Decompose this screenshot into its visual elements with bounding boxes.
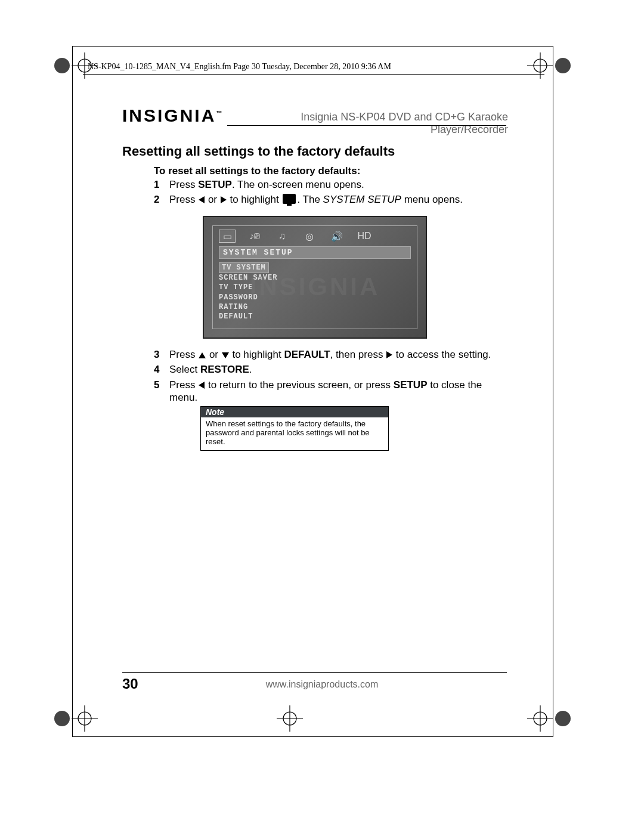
header-rule: [83, 74, 544, 75]
osd-item: PASSWORD: [219, 293, 411, 302]
osd-inner: ▭ ♪⎚ ♫ ◎ 🔊 HD SYSTEM SETUP INSIGNIA TV S…: [212, 225, 417, 329]
crop-mark-bottom-center: [272, 701, 308, 736]
step-number: 5: [154, 379, 169, 404]
header-underline: [227, 125, 506, 126]
left-arrow-icon: [199, 382, 205, 389]
crop-mark-bottom-right: [524, 701, 571, 736]
screen-icon: [283, 194, 296, 204]
osd-tab-audio-icon: 🔊: [329, 230, 345, 243]
brand-text: INSIGNIA: [122, 106, 216, 125]
header-file-info: NS-KP04_10-1285_MAN_V4_English.fm Page 3…: [88, 62, 391, 72]
steps-group-2: 3 Press or to highlight DEFAULT, then pr…: [154, 348, 509, 406]
down-arrow-icon: [222, 352, 229, 358]
footer-rule: [122, 672, 507, 673]
crop-mark-top-right: [524, 48, 571, 83]
step-number: 2: [154, 193, 169, 206]
procedure-heading: To reset all settings to the factory def…: [154, 165, 360, 177]
svg-point-0: [54, 58, 70, 73]
svg-point-8: [54, 711, 70, 726]
note-label: Note: [201, 407, 388, 417]
right-arrow-icon: [386, 351, 392, 358]
step-4: 4 Select RESTORE.: [154, 363, 509, 376]
step-text: Press to return to the previous screen, …: [169, 379, 509, 404]
osd-tab-music-icon: ♫: [274, 230, 290, 243]
osd-menu-list: TV SYSTEM SCREEN SAVER TV TYPE PASSWORD …: [219, 262, 411, 321]
osd-item: TV TYPE: [219, 283, 411, 292]
note-body: When reset settings to the factory defau…: [201, 417, 388, 450]
crop-mark-bottom-left: [54, 701, 101, 736]
step-number: 1: [154, 178, 169, 191]
steps-group-1: 1 Press SETUP. The on-screen menu opens.…: [154, 178, 509, 209]
product-name: Insignia NS-KP04 DVD and CD+G Karaoke Pl…: [228, 111, 508, 136]
footer-url: www.insigniaproducts.com: [0, 679, 644, 690]
osd-tab-speaker-icon: ♪⎚: [246, 230, 263, 243]
step-text: Press or to highlight . The SYSTEM SETUP…: [169, 193, 509, 206]
svg-point-15: [555, 711, 571, 726]
osd-item: RATING: [219, 302, 411, 312]
trademark-symbol: ™: [216, 110, 222, 116]
section-heading: Resetting all settings to the factory de…: [122, 144, 395, 159]
osd-tab-disc-icon: ◎: [301, 230, 318, 243]
osd-screenshot: ▭ ♪⎚ ♫ ◎ 🔊 HD SYSTEM SETUP INSIGNIA TV S…: [203, 216, 427, 339]
step-number: 3: [154, 348, 169, 361]
right-arrow-icon: [221, 196, 227, 203]
step-2: 2 Press or to highlight . The SYSTEM SET…: [154, 193, 509, 206]
osd-tab-hd-icon: HD: [356, 230, 373, 243]
osd-tab-system-icon: ▭: [219, 230, 236, 243]
osd-item: SCREEN SAVER: [219, 273, 411, 283]
step-number: 4: [154, 363, 169, 376]
osd-item: DEFAULT: [219, 312, 411, 321]
note-box: Note When reset settings to the factory …: [200, 406, 389, 451]
brand-logo: INSIGNIA™: [122, 106, 222, 126]
osd-item: TV SYSTEM: [219, 262, 269, 273]
step-3: 3 Press or to highlight DEFAULT, then pr…: [154, 348, 509, 361]
step-1: 1 Press SETUP. The on-screen menu opens.: [154, 178, 509, 191]
step-text: Press SETUP. The on-screen menu opens.: [169, 178, 509, 191]
up-arrow-icon: [199, 352, 206, 358]
osd-tab-row: ▭ ♪⎚ ♫ ◎ 🔊 HD: [213, 226, 417, 245]
left-arrow-icon: [199, 196, 205, 203]
svg-point-7: [555, 58, 571, 73]
step-text: Press or to highlight DEFAULT, then pres…: [169, 348, 509, 361]
step-text: Select RESTORE.: [169, 363, 509, 376]
step-5: 5 Press to return to the previous screen…: [154, 379, 509, 404]
osd-menu-title: SYSTEM SETUP: [219, 246, 411, 259]
